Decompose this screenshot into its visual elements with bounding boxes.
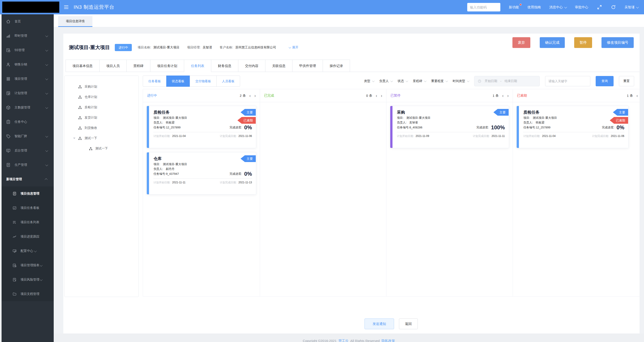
column-body: 采购 项目:测试项目-重大项目 负责人:吴智谨 任务编号:6_408286完成进… [386,102,513,156]
next-page-icon[interactable]: › [381,93,382,98]
filter-type[interactable]: 类型 [364,79,374,83]
column-count: 1 [493,94,494,97]
sidebar-subitem-task-board[interactable]: 项目任务看板 [0,201,54,215]
prev-page-icon[interactable]: ‹ [249,93,250,98]
date-start-placeholder: 开始日期 [485,79,497,83]
tab-delivery-content[interactable]: 交付内容 [238,60,266,72]
sidebar-subitem-config-center[interactable]: 配置中心 [0,244,54,258]
nav-user-guide[interactable]: 使用指南 [528,5,541,10]
confirm-complete-button[interactable]: 确认完成 [540,37,565,48]
task-card[interactable]: 采购 项目:测试项目-重大项目 负责人:吴智谨 任务编号:6_408286完成进… [390,106,509,148]
view-task-board[interactable]: 任务看板 [143,76,166,87]
tag-icon [6,134,11,139]
tree-item-test[interactable]: 测试一下 [65,133,138,143]
tree-item-purchase-plan[interactable]: 采购计划 [65,82,138,92]
date-end-placeholder: 结束日期 [504,79,517,83]
column-overdue: 已逾期 1条‹› 质检任务 项目:测试项目-重大项目 负责人:韩栋梁 任务编号:… [513,89,640,296]
sidebar-subitem-doc-mgmt[interactable]: 项目文档管理 [0,287,54,301]
user-name: 吴智谨 [624,5,634,10]
tree-item-quality-plan[interactable]: 质检计划 [65,102,138,112]
task-title: 质检任务 [524,109,624,115]
filter-status[interactable]: 状态 [398,79,408,83]
tree-expander-icon[interactable] [73,138,76,140]
chevron-down-icon [636,5,639,8]
filter-time-type[interactable]: 时间类型 [453,79,469,83]
task-card[interactable]: 质检任务 项目:测试项目-重大项目 负责人:韩栋梁 任务编号:12_257899… [516,106,628,148]
view-member-board[interactable]: 人员看板 [216,76,240,87]
pause-button[interactable]: 暂停 [574,37,592,48]
sidebar-subitem-task-list[interactable]: 项目任务列表 [0,215,54,230]
tab-task-plan[interactable]: 项目任务计划 [150,60,184,72]
tab-finance-info[interactable]: 财务信息 [211,60,238,72]
function-code-input[interactable] [467,3,500,12]
sidebar-item-backend[interactable]: 后台管理 [0,143,54,158]
sidebar-item-realtime[interactable]: 即时管理 [0,29,54,43]
menu-fold-icon[interactable] [63,4,69,10]
sidebar-item-master-data[interactable]: 主数据管理 [0,100,54,115]
list-icon [12,220,17,225]
tree-item-shipping-plan[interactable]: 发货计划 [65,112,138,123]
sidebar-scrollbar[interactable] [0,14,2,342]
sidebar-subitem-risk-mgmt[interactable]: 项目风险管理 [0,273,54,287]
tab-operation-log[interactable]: 操作记录 [323,60,350,72]
sidebar-item-plan-mgmt[interactable]: 计划管理 [0,86,54,100]
search-button[interactable]: 查询 [596,76,614,86]
nav-approval-center[interactable]: 审批中心 [575,5,588,10]
prev-page-icon[interactable]: ‹ [502,93,504,98]
sidebar-item-project-mgmt[interactable]: 项目管理 [0,72,54,86]
reset-button[interactable]: 重置 [619,76,634,86]
refresh-icon[interactable] [611,5,616,10]
tab-basic-info[interactable]: 项目基本信息 [66,60,100,72]
next-page-icon[interactable]: › [254,93,256,98]
date-range-picker[interactable]: 开始日期 - 结束日期 [474,76,540,86]
sidebar-item-5s[interactable]: 5S管理 [0,43,54,57]
sidebar-item-home[interactable]: 首页 [0,14,54,29]
sidebar-item-new-project-mgmt[interactable]: 新项目管理 [0,172,54,187]
sidebar-subitem-mgmt-reports[interactable]: 项目管理报表 [0,258,54,273]
person-icon [6,62,11,67]
sidebar-subitem-progress-tracking[interactable]: 项目进度跟踪 [0,230,54,244]
privacy-policy-link[interactable]: 隐私政策 [382,339,395,342]
company-link[interactable]: 慧工云 [338,339,348,342]
fullscreen-icon[interactable] [597,5,602,10]
sidebar-item-task-center[interactable]: 任务中心 [0,115,54,129]
sidebar-item-production[interactable]: 生产管理 [0,158,54,172]
expand-toggle[interactable]: 展开 [289,46,298,50]
tab-project-info-detail[interactable]: 项目信息详情 [58,16,92,27]
bar-chart-icon [6,33,11,38]
user-menu[interactable]: 吴智谨 [624,5,638,10]
filter-importance[interactable]: 重要程度 [431,79,447,83]
modify-project-number-button[interactable]: 修改项目编号 [602,37,634,48]
nav-new-features[interactable]: 新功能 [509,5,519,10]
view-deliverable-board[interactable]: 交付物看板 [190,76,216,87]
prev-page-icon[interactable]: ‹ [376,93,377,98]
sidebar-item-smart-plate[interactable]: 智能厂牌 [0,129,54,143]
plan-end-date: 2021-11-11 [492,134,505,138]
nav-message-center[interactable]: 消息中心 [549,5,566,10]
sidebar-item-sales[interactable]: 销售分销 [0,57,54,72]
sidebar-subitem-project-info[interactable]: 项目信息管理 [0,187,54,201]
next-page-icon[interactable]: › [507,93,508,98]
prev-page-icon[interactable]: ‹ [636,93,638,98]
layers-icon [6,76,11,81]
filter-milestone[interactable]: 里程碑 [413,79,426,83]
view-status-board[interactable]: 状态看板 [166,76,190,87]
discard-button[interactable]: 废弃 [512,37,530,48]
page-title: 测试项目-重大项目 [69,44,110,51]
tab-milestone[interactable]: 里程碑 [127,60,150,72]
tab-task-list[interactable]: 任务列表 [184,60,211,72]
tab-project-members[interactable]: 项目人员 [100,60,127,72]
filter-owner[interactable]: 负责人 [379,79,392,83]
send-notification-button[interactable]: 发送通知 [364,318,394,329]
tree-item-arrival-inspection[interactable]: 到货验收 [65,123,138,133]
page-tabbar: 项目信息详情 [54,14,644,27]
task-project: 测试项目-重大项目 [406,115,430,120]
task-card[interactable]: 仓库 项目:测试项目-重大项目 负责人:郝丹丹 任务编号:9_437947完成进… [146,152,256,195]
tab-owner-supplied[interactable]: 甲供件管理 [292,60,323,72]
tree-item-warehouse-plan[interactable]: 仓库计划 [65,92,138,102]
tab-related-info[interactable]: 关联信息 [266,60,292,72]
keyword-input[interactable] [545,76,590,86]
task-card[interactable]: 质检任务 项目:测试项目-重大项目 负责人:韩栋梁 任务编号:12_257899… [146,106,256,148]
tree-item-test-child[interactable]: 测试一下 [65,143,138,154]
back-button[interactable]: 返回 [399,318,418,329]
